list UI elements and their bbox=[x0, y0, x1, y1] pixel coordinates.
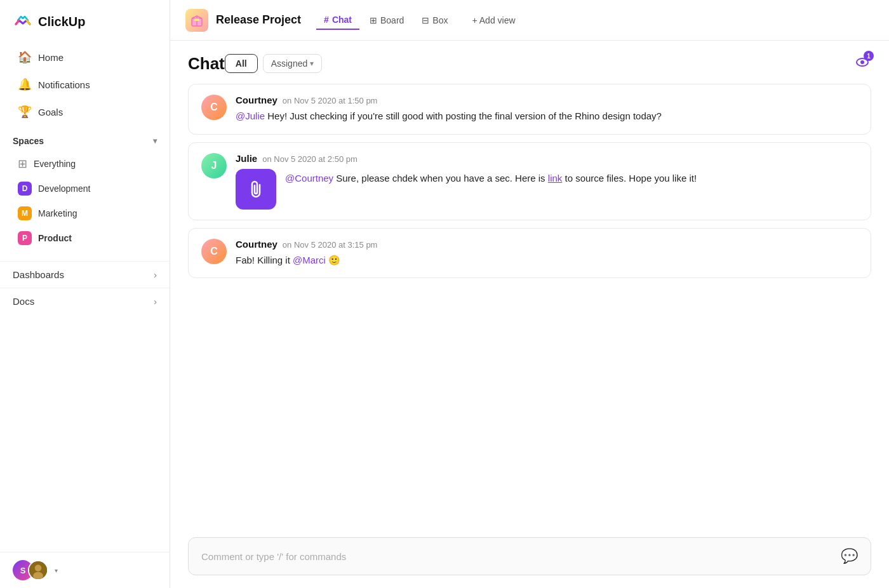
svg-rect-6 bbox=[194, 18, 199, 21]
bell-icon: 🔔 bbox=[18, 77, 32, 91]
comment-placeholder: Comment or type '/' for commands bbox=[201, 551, 346, 562]
msg-time-1: on Nov 5 2020 at 1:50 pm bbox=[283, 96, 378, 105]
dashboards-label: Dashboards bbox=[13, 269, 64, 280]
avatar-m bbox=[28, 560, 48, 580]
link-source[interactable]: link bbox=[548, 173, 563, 184]
messages-area: C Courtney on Nov 5 2020 at 1:50 pm @Jul… bbox=[170, 84, 889, 532]
chevron-right-icon: › bbox=[154, 269, 157, 280]
sidebar-item-development-label: Development bbox=[38, 184, 91, 194]
avatar-group: S bbox=[13, 560, 48, 580]
sidebar-item-marketing-label: Marketing bbox=[38, 208, 77, 218]
msg-text-3-emoji: 🙂 bbox=[328, 255, 340, 265]
msg-text-2-end: to source files. Hope you like it! bbox=[565, 173, 697, 184]
sidebar-item-everything[interactable]: ⊞ Everything bbox=[5, 152, 164, 176]
chat-filters: All Assigned ▾ bbox=[225, 54, 322, 73]
sidebar-item-product-label: Product bbox=[38, 233, 72, 243]
message-card-1: C Courtney on Nov 5 2020 at 1:50 pm @Jul… bbox=[188, 84, 871, 135]
chevron-right-icon-2: › bbox=[154, 296, 157, 307]
msg-text-2: @Courtney Sure, please chdek when you ha… bbox=[285, 169, 697, 186]
tab-chat-label: Chat bbox=[332, 15, 352, 25]
svg-point-3 bbox=[33, 572, 43, 580]
svg-point-8 bbox=[860, 60, 864, 64]
msg-meta-3: Courtney on Nov 5 2020 at 3:15 pm bbox=[236, 239, 858, 250]
development-badge: D bbox=[18, 182, 32, 196]
spaces-list: ⊞ Everything D Development M Marketing P… bbox=[0, 151, 170, 251]
sidebar-item-dashboards[interactable]: Dashboards › bbox=[0, 261, 170, 288]
sidebar-item-product[interactable]: P Product bbox=[5, 226, 164, 250]
home-icon: 🏠 bbox=[18, 50, 32, 64]
sidebar-item-notifications-label: Notifications bbox=[38, 79, 90, 90]
project-icon bbox=[185, 9, 208, 32]
add-view-button[interactable]: + Add view bbox=[465, 11, 521, 29]
msg-body-2: Julie on Nov 5 2020 at 2:50 pm @Courtney… bbox=[236, 153, 858, 210]
paperclip-icon bbox=[246, 180, 265, 199]
chat-header: Chat All Assigned ▾ 1 bbox=[170, 41, 889, 84]
chat-container: Chat All Assigned ▾ 1 C bbox=[170, 41, 889, 588]
filter-assigned-label: Assigned bbox=[271, 58, 308, 69]
user-area[interactable]: S ▾ bbox=[0, 552, 170, 588]
attachment-icon bbox=[236, 169, 276, 210]
msg-text-2-body: Sure, please chdek when you have a sec. … bbox=[336, 173, 548, 184]
box-icon: ⊟ bbox=[422, 15, 429, 25]
sidebar-item-notifications[interactable]: 🔔 Notifications bbox=[5, 71, 164, 98]
sidebar-item-marketing[interactable]: M Marketing bbox=[5, 201, 164, 225]
msg-text-3-start: Fab! Killing it bbox=[236, 255, 293, 265]
msg-author-3: Courtney bbox=[236, 239, 277, 250]
svg-point-2 bbox=[35, 565, 42, 571]
tab-box-label: Box bbox=[432, 15, 448, 25]
sidebar-item-goals[interactable]: 🏆 Goals bbox=[5, 98, 164, 125]
watch-badge: 1 bbox=[864, 51, 874, 61]
watch-icon-wrap[interactable]: 1 bbox=[853, 53, 871, 74]
sidebar-item-everything-label: Everything bbox=[34, 159, 76, 169]
msg-text-1: @Julie Hey! Just checking if you're stil… bbox=[236, 109, 858, 124]
msg-text-3: Fab! Killing it @Marci 🙂 bbox=[236, 253, 858, 268]
chevron-down-icon: ▾ bbox=[153, 137, 157, 145]
msg-time-2: on Nov 5 2020 at 2:50 pm bbox=[262, 154, 358, 164]
product-badge: P bbox=[18, 231, 32, 245]
package-icon bbox=[190, 13, 204, 27]
sidebar-item-goals-label: Goals bbox=[38, 107, 63, 117]
msg-text-1-body: Hey! Just checking if you're still good … bbox=[267, 110, 662, 121]
user-avatar-icon bbox=[29, 560, 47, 580]
marketing-badge: M bbox=[18, 206, 32, 220]
logo-area[interactable]: ClickUp bbox=[0, 0, 170, 41]
msg-meta-1: Courtney on Nov 5 2020 at 1:50 pm bbox=[236, 95, 858, 105]
docs-label: Docs bbox=[13, 296, 34, 307]
board-icon: ⊞ bbox=[370, 15, 377, 25]
filter-all-button[interactable]: All bbox=[225, 54, 258, 73]
project-title: Release Project bbox=[216, 13, 301, 27]
sidebar: ClickUp 🏠 Home 🔔 Notifications 🏆 Goals S… bbox=[0, 0, 170, 588]
user-chevron-icon: ▾ bbox=[55, 567, 58, 574]
sidebar-item-development[interactable]: D Development bbox=[5, 177, 164, 201]
comment-input-area[interactable]: Comment or type '/' for commands 💬 bbox=[188, 537, 871, 575]
avatar-courtney-2: C bbox=[201, 239, 227, 264]
sidebar-sections: Dashboards › Docs › bbox=[0, 261, 170, 314]
avatar-julie: J bbox=[201, 153, 227, 178]
chevron-down-filter-icon: ▾ bbox=[310, 59, 314, 68]
logo-text: ClickUp bbox=[38, 15, 85, 29]
mention-julie: @Julie bbox=[236, 110, 265, 121]
sidebar-nav: 🏠 Home 🔔 Notifications 🏆 Goals bbox=[0, 41, 170, 128]
speech-bubble-icon: 💬 bbox=[841, 548, 858, 565]
attachment-block: @Courtney Sure, please chdek when you ha… bbox=[236, 169, 858, 210]
mention-marci: @Marci bbox=[293, 255, 326, 265]
avatar-courtney-1: C bbox=[201, 95, 227, 120]
message-card-3: C Courtney on Nov 5 2020 at 3:15 pm Fab!… bbox=[188, 228, 871, 279]
view-tabs: # Chat ⊞ Board ⊟ Box bbox=[316, 11, 455, 30]
msg-body-1: Courtney on Nov 5 2020 at 1:50 pm @Julie… bbox=[236, 95, 858, 124]
sidebar-item-docs[interactable]: Docs › bbox=[0, 288, 170, 314]
message-card-2: J Julie on Nov 5 2020 at 2:50 pm @ bbox=[188, 142, 871, 220]
spaces-header[interactable]: Spaces ▾ bbox=[0, 128, 170, 151]
tab-box[interactable]: ⊟ Box bbox=[414, 11, 455, 29]
trophy-icon: 🏆 bbox=[18, 105, 32, 119]
msg-author-1: Courtney bbox=[236, 95, 277, 105]
spaces-label: Spaces bbox=[13, 136, 44, 146]
hash-icon: # bbox=[324, 15, 329, 25]
sidebar-item-home[interactable]: 🏠 Home bbox=[5, 44, 164, 70]
sidebar-item-home-label: Home bbox=[38, 52, 64, 63]
everything-icon: ⊞ bbox=[18, 157, 27, 171]
tab-board[interactable]: ⊞ Board bbox=[362, 11, 411, 29]
tab-chat[interactable]: # Chat bbox=[316, 11, 359, 30]
filter-assigned-button[interactable]: Assigned ▾ bbox=[263, 54, 323, 73]
msg-body-3: Courtney on Nov 5 2020 at 3:15 pm Fab! K… bbox=[236, 239, 858, 268]
